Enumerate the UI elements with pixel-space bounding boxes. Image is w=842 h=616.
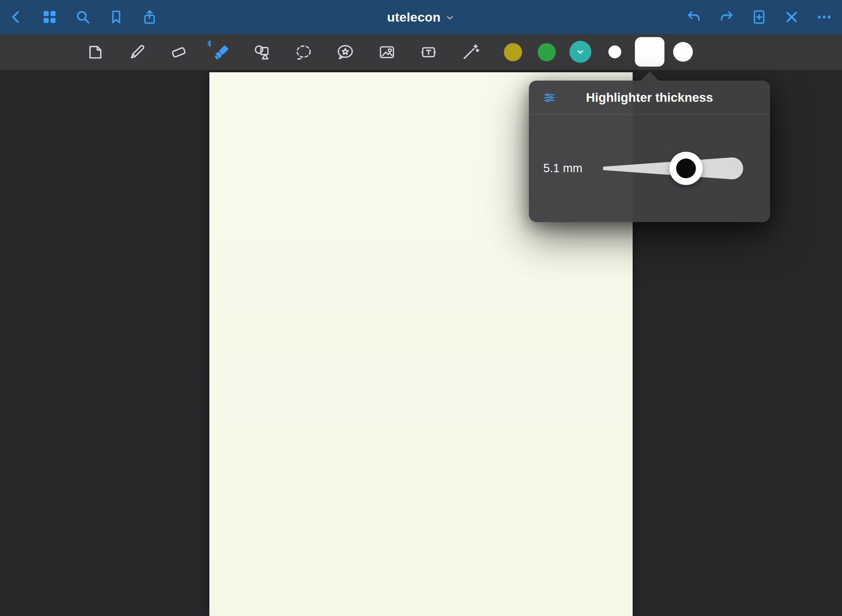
add-page-icon — [751, 9, 767, 25]
pen-icon — [128, 43, 147, 62]
thickness-slider[interactable] — [603, 150, 745, 187]
popup-callout-arrow — [640, 72, 659, 81]
bookmark-button[interactable] — [107, 8, 125, 26]
close-button[interactable] — [783, 8, 801, 26]
eraser-icon — [169, 43, 188, 62]
image-tool[interactable] — [375, 40, 399, 64]
image-icon — [377, 43, 396, 62]
more-button[interactable] — [815, 8, 833, 26]
share-icon — [142, 9, 157, 25]
undo-button[interactable] — [685, 8, 703, 26]
laser-pointer-tool[interactable] — [458, 40, 482, 64]
close-x-icon — [784, 9, 800, 25]
highlighter-tool[interactable] — [208, 40, 232, 64]
back-button[interactable] — [7, 8, 25, 26]
document-title: utelecon — [387, 10, 440, 25]
thickness-dot-large — [673, 42, 693, 62]
redo-icon — [719, 9, 734, 25]
thickness-preset-small[interactable] — [608, 45, 621, 58]
color-swatch-green[interactable] — [538, 43, 556, 61]
ellipsis-icon — [816, 9, 832, 25]
add-page-button[interactable] — [750, 8, 768, 26]
tool-group — [83, 40, 482, 64]
thumbnails-button[interactable] — [41, 8, 59, 26]
thickness-preset-large[interactable] — [673, 42, 693, 62]
color-swatch-yellow[interactable] — [504, 43, 522, 61]
highlighter-thickness-popup: Highlighter thickness 5.1 mm — [529, 81, 770, 222]
search-button[interactable] — [74, 8, 92, 26]
lasso-tool[interactable] — [292, 40, 316, 64]
undo-icon — [686, 9, 702, 25]
topbar-right-group — [685, 8, 833, 26]
eraser-tool[interactable] — [167, 40, 191, 64]
popup-title: Highlighter thickness — [586, 90, 713, 105]
chevron-back-icon — [8, 9, 24, 25]
lasso-icon — [294, 43, 313, 62]
pen-tool[interactable] — [125, 40, 149, 64]
redo-button[interactable] — [717, 8, 736, 26]
sticker-star-icon — [336, 43, 355, 62]
yellow-color-dot — [504, 43, 522, 61]
share-button[interactable] — [140, 8, 159, 26]
zoom-window-icon — [86, 43, 105, 62]
sliders-icon — [543, 91, 556, 104]
thickness-preset-medium-selected[interactable] — [635, 37, 664, 67]
elements-tool[interactable] — [333, 40, 357, 64]
popup-body: 5.1 mm — [529, 115, 770, 222]
chevron-down-icon — [445, 13, 455, 23]
top-navigation-bar: utelecon — [0, 0, 842, 34]
zoom-window-tool[interactable] — [83, 40, 108, 64]
tools-toolbar — [0, 34, 842, 70]
slider-thumb[interactable] — [669, 152, 703, 185]
shapes-tool[interactable] — [250, 40, 274, 64]
laser-pointer-icon — [461, 43, 480, 62]
green-color-dot — [538, 43, 556, 61]
thumbnails-grid-icon — [42, 9, 58, 25]
thickness-dot-small — [608, 45, 621, 58]
text-icon — [419, 43, 438, 62]
app-window: utelecon — [0, 0, 842, 616]
chevron-down-icon — [575, 46, 586, 58]
color-swatch-teal-selected[interactable] — [569, 41, 591, 63]
slider-thumb-dot — [676, 159, 696, 178]
topbar-left-group — [7, 8, 159, 26]
popup-header: Highlighter thickness — [529, 81, 770, 115]
highlighter-icon — [211, 43, 230, 62]
shapes-icon — [253, 43, 271, 62]
search-icon — [75, 9, 91, 25]
thickness-value-label: 5.1 mm — [543, 162, 599, 175]
bookmark-icon — [108, 9, 124, 25]
document-title-button[interactable]: utelecon — [385, 0, 457, 34]
text-tool[interactable] — [416, 40, 441, 64]
bluetooth-icon — [205, 39, 214, 48]
teal-color-dot — [569, 41, 591, 63]
